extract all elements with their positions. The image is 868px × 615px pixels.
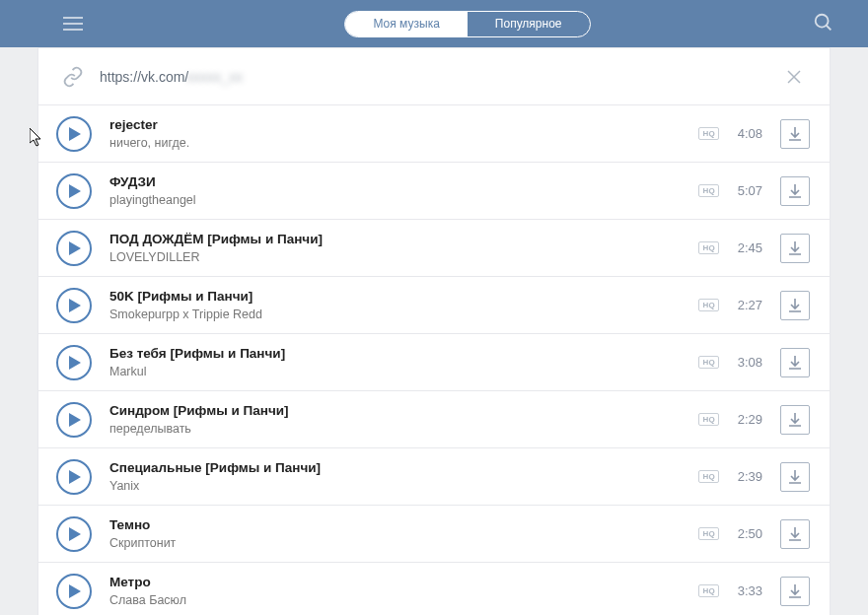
track-info: Метро Слава Басюл — [109, 574, 698, 608]
hq-badge: HQ — [698, 413, 719, 426]
track-row: Метро Слава Басюл HQ 3:33 — [38, 563, 830, 615]
track-duration: 5:07 — [729, 183, 762, 198]
download-icon — [787, 526, 803, 542]
track-row: ФУДЗИ playingtheangel HQ 5:07 — [38, 163, 830, 220]
track-info: Специальные [Рифмы и Панчи] Yanix — [109, 459, 698, 494]
hq-badge: HQ — [698, 527, 719, 540]
play-button[interactable] — [56, 516, 92, 552]
track-title: Метро — [109, 574, 698, 591]
track-duration: 3:33 — [729, 583, 762, 598]
url-input[interactable] — [243, 69, 786, 85]
play-button[interactable] — [56, 459, 92, 495]
search-icon — [813, 12, 834, 34]
track-title: ФУДЗИ — [109, 173, 698, 191]
track-row: 50K [Рифмы и Панчи] Smokepurpp x Trippie… — [38, 277, 830, 334]
play-icon — [69, 356, 81, 370]
track-row: Темно Скриптонит HQ 2:50 — [38, 506, 830, 563]
download-button[interactable] — [780, 291, 810, 320]
url-visible-prefix: https://vk.com/ — [100, 69, 188, 85]
download-button[interactable] — [780, 119, 810, 149]
hq-badge: HQ — [698, 470, 719, 483]
track-artist: ничего, нигде. — [109, 135, 698, 151]
menu-button[interactable] — [63, 12, 87, 35]
track-info: rejecter ничего, нигде. — [109, 116, 698, 151]
play-button[interactable] — [56, 288, 92, 323]
track-info: Синдром [Рифмы и Панчи] переделывать — [109, 402, 698, 437]
play-icon — [69, 241, 81, 255]
download-button[interactable] — [780, 577, 810, 606]
track-duration: 3:08 — [729, 355, 762, 370]
download-button[interactable] — [780, 234, 810, 263]
download-icon — [787, 469, 803, 485]
track-row: Синдром [Рифмы и Панчи] переделывать HQ … — [38, 391, 830, 448]
download-icon — [787, 126, 803, 142]
track-duration: 2:29 — [729, 412, 762, 427]
play-button[interactable] — [56, 345, 92, 380]
track-info: Темно Скриптонит — [109, 516, 698, 551]
download-icon — [787, 583, 803, 599]
track-duration: 2:27 — [729, 298, 762, 312]
download-button[interactable] — [780, 405, 810, 435]
play-icon — [69, 127, 81, 141]
hq-badge: HQ — [698, 241, 719, 254]
track-duration: 2:45 — [729, 240, 762, 255]
play-icon — [69, 184, 81, 198]
hq-badge: HQ — [698, 299, 719, 311]
track-title: Темно — [109, 516, 698, 534]
track-artist: LOVELYDILLER — [109, 249, 698, 265]
track-row: Специальные [Рифмы и Панчи] Yanix HQ 2:3… — [38, 448, 830, 506]
clear-button[interactable] — [786, 69, 802, 85]
download-button[interactable] — [780, 348, 810, 377]
track-info: ФУДЗИ playingtheangel — [109, 173, 698, 208]
download-button[interactable] — [780, 176, 810, 206]
play-icon — [69, 413, 81, 427]
download-icon — [787, 240, 803, 256]
hq-badge: HQ — [698, 127, 719, 140]
header-tabs: Моя музыка Популярное — [344, 11, 590, 37]
hq-badge: HQ — [698, 584, 719, 597]
track-info: 50K [Рифмы и Панчи] Smokepurpp x Trippie… — [109, 288, 698, 322]
track-title: Синдром [Рифмы и Панчи] — [109, 402, 698, 420]
hq-badge: HQ — [698, 184, 719, 197]
track-list: rejecter ничего, нигде. HQ 4:08 ФУДЗИ pl… — [38, 105, 830, 615]
svg-point-0 — [816, 15, 829, 28]
track-duration: 4:08 — [729, 126, 762, 141]
track-artist: Smokepurpp x Trippie Redd — [109, 307, 698, 322]
hq-badge: HQ — [698, 356, 719, 369]
link-icon — [62, 66, 84, 88]
download-icon — [787, 412, 803, 428]
content-container: https://vk.com/ xxxxx_xx rejecter ничего… — [37, 47, 831, 615]
track-artist: playingtheangel — [109, 192, 698, 208]
track-artist: Markul — [109, 364, 698, 379]
url-obscured-suffix: xxxxx_xx — [186, 69, 243, 85]
play-button[interactable] — [56, 231, 92, 266]
track-title: Специальные [Рифмы и Панчи] — [109, 459, 698, 477]
download-icon — [787, 355, 803, 371]
tab-popular[interactable]: Популярное — [468, 12, 590, 36]
track-artist: переделывать — [109, 421, 698, 437]
track-title: ПОД ДОЖДЁМ [Рифмы и Панчи] — [109, 231, 698, 248]
search-button[interactable] — [813, 12, 836, 35]
track-duration: 2:50 — [729, 526, 762, 541]
play-button[interactable] — [56, 574, 92, 609]
track-info: Без тебя [Рифмы и Панчи] Markul — [109, 345, 698, 379]
download-button[interactable] — [780, 519, 810, 549]
play-button[interactable] — [56, 116, 92, 152]
track-row: Без тебя [Рифмы и Панчи] Markul HQ 3:08 — [38, 334, 830, 391]
track-title: 50K [Рифмы и Панчи] — [109, 288, 698, 306]
play-icon — [69, 584, 81, 598]
tab-my-music[interactable]: Моя музыка — [345, 12, 467, 36]
url-bar: https://vk.com/ xxxxx_xx — [38, 48, 830, 105]
play-button[interactable] — [56, 402, 92, 438]
track-row: ПОД ДОЖДЁМ [Рифмы и Панчи] LOVELYDILLER … — [38, 220, 830, 277]
track-artist: Yanix — [109, 478, 698, 494]
track-title: Без тебя [Рифмы и Панчи] — [109, 345, 698, 363]
play-icon — [69, 299, 81, 312]
download-button[interactable] — [780, 462, 810, 492]
track-duration: 2:39 — [729, 469, 762, 484]
download-icon — [787, 183, 803, 199]
play-button[interactable] — [56, 173, 92, 209]
track-title: rejecter — [109, 116, 698, 134]
track-row: rejecter ничего, нигде. HQ 4:08 — [38, 105, 830, 163]
track-info: ПОД ДОЖДЁМ [Рифмы и Панчи] LOVELYDILLER — [109, 231, 698, 265]
